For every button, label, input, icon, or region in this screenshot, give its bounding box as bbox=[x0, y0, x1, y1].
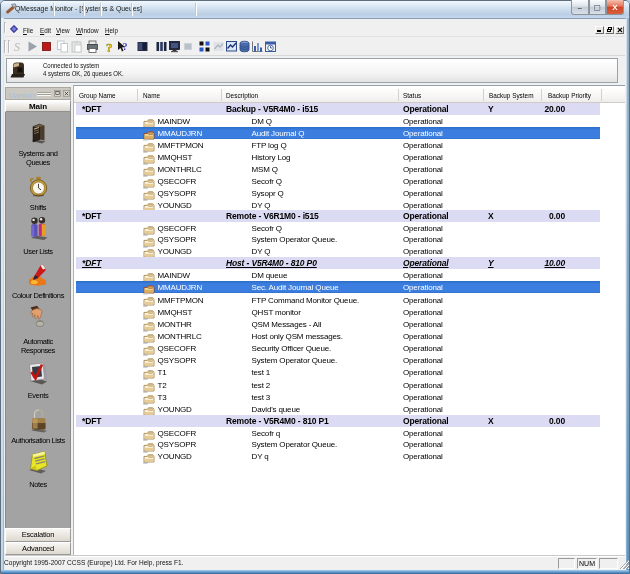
svg-text:?: ? bbox=[123, 41, 128, 52]
svg-text:S: S bbox=[14, 40, 20, 53]
svg-text:?: ? bbox=[106, 40, 113, 53]
